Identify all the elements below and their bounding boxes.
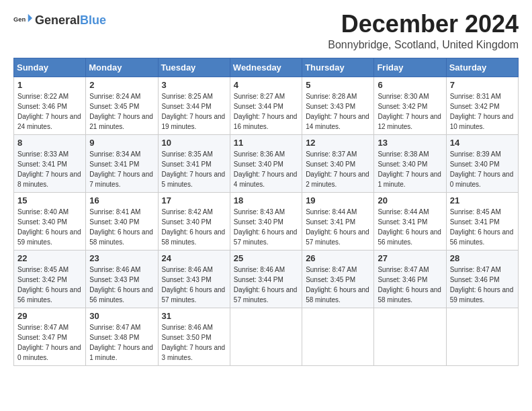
weekday-header-sunday: Sunday xyxy=(14,58,86,77)
day-info: Sunrise: 8:24 AMSunset: 3:45 PMDaylight:… xyxy=(89,93,153,130)
week-row-2: 8 Sunrise: 8:33 AMSunset: 3:41 PMDayligh… xyxy=(14,134,519,192)
day-number: 27 xyxy=(378,253,442,263)
day-info: Sunrise: 8:46 AMSunset: 3:43 PMDaylight:… xyxy=(162,266,226,304)
day-number: 30 xyxy=(89,311,154,321)
day-number: 4 xyxy=(234,80,298,90)
calendar-cell: 30 Sunrise: 8:47 AMSunset: 3:48 PMDaylig… xyxy=(86,308,158,365)
day-info: Sunrise: 8:37 AMSunset: 3:40 PMDaylight:… xyxy=(306,150,369,188)
weekday-header-saturday: Saturday xyxy=(446,58,518,77)
day-number: 14 xyxy=(450,138,515,148)
day-number: 24 xyxy=(162,253,226,263)
calendar-cell: 28 Sunrise: 8:47 AMSunset: 3:46 PMDaylig… xyxy=(446,250,518,308)
calendar-cell xyxy=(302,308,374,365)
week-row-1: 1 Sunrise: 8:22 AMSunset: 3:46 PMDayligh… xyxy=(14,77,519,134)
calendar-cell: 20 Sunrise: 8:44 AMSunset: 3:41 PMDaylig… xyxy=(374,192,446,250)
calendar-cell: 13 Sunrise: 8:38 AMSunset: 3:40 PMDaylig… xyxy=(374,134,446,192)
day-number: 20 xyxy=(378,195,442,205)
day-number: 23 xyxy=(89,253,154,263)
day-number: 18 xyxy=(234,195,298,205)
logo-icon: Gen xyxy=(13,11,32,30)
day-info: Sunrise: 8:46 AMSunset: 3:43 PMDaylight:… xyxy=(89,266,153,304)
calendar-cell: 21 Sunrise: 8:45 AMSunset: 3:41 PMDaylig… xyxy=(446,192,518,250)
calendar-cell: 3 Sunrise: 8:25 AMSunset: 3:44 PMDayligh… xyxy=(158,77,230,134)
calendar-cell: 29 Sunrise: 8:47 AMSunset: 3:47 PMDaylig… xyxy=(14,308,86,365)
title-section: December 2024 Bonnybridge, Scotland, Uni… xyxy=(328,11,519,51)
day-info: Sunrise: 8:30 AMSunset: 3:42 PMDaylight:… xyxy=(378,93,441,130)
day-info: Sunrise: 8:44 AMSunset: 3:41 PMDaylight:… xyxy=(378,208,441,246)
day-number: 9 xyxy=(89,138,154,148)
day-number: 2 xyxy=(89,80,154,90)
weekday-header-row: SundayMondayTuesdayWednesdayThursdayFrid… xyxy=(14,58,519,77)
day-info: Sunrise: 8:31 AMSunset: 3:42 PMDaylight:… xyxy=(450,93,514,130)
calendar-cell: 5 Sunrise: 8:28 AMSunset: 3:43 PMDayligh… xyxy=(302,77,374,134)
day-number: 25 xyxy=(234,253,298,263)
calendar-cell: 4 Sunrise: 8:27 AMSunset: 3:44 PMDayligh… xyxy=(230,77,302,134)
calendar-cell: 8 Sunrise: 8:33 AMSunset: 3:41 PMDayligh… xyxy=(14,134,86,192)
logo-general: General xyxy=(35,13,80,28)
day-info: Sunrise: 8:22 AMSunset: 3:46 PMDaylight:… xyxy=(17,93,81,130)
day-info: Sunrise: 8:47 AMSunset: 3:45 PMDaylight:… xyxy=(306,266,369,304)
weekday-header-friday: Friday xyxy=(374,58,446,77)
day-info: Sunrise: 8:38 AMSunset: 3:40 PMDaylight:… xyxy=(378,150,441,188)
calendar-cell: 10 Sunrise: 8:35 AMSunset: 3:41 PMDaylig… xyxy=(158,134,230,192)
week-row-4: 22 Sunrise: 8:45 AMSunset: 3:42 PMDaylig… xyxy=(14,250,519,308)
day-number: 15 xyxy=(17,195,82,205)
calendar-cell: 25 Sunrise: 8:46 AMSunset: 3:44 PMDaylig… xyxy=(230,250,302,308)
day-info: Sunrise: 8:47 AMSunset: 3:46 PMDaylight:… xyxy=(450,266,514,304)
day-info: Sunrise: 8:45 AMSunset: 3:41 PMDaylight:… xyxy=(450,208,514,246)
day-info: Sunrise: 8:42 AMSunset: 3:40 PMDaylight:… xyxy=(162,208,226,246)
calendar-cell: 27 Sunrise: 8:47 AMSunset: 3:46 PMDaylig… xyxy=(374,250,446,308)
day-info: Sunrise: 8:25 AMSunset: 3:44 PMDaylight:… xyxy=(162,93,226,130)
weekday-header-wednesday: Wednesday xyxy=(230,58,302,77)
weekday-header-tuesday: Tuesday xyxy=(158,58,230,77)
calendar-cell: 19 Sunrise: 8:44 AMSunset: 3:41 PMDaylig… xyxy=(302,192,374,250)
day-info: Sunrise: 8:27 AMSunset: 3:44 PMDaylight:… xyxy=(234,93,298,130)
day-info: Sunrise: 8:44 AMSunset: 3:41 PMDaylight:… xyxy=(306,208,369,246)
calendar-cell: 14 Sunrise: 8:39 AMSunset: 3:40 PMDaylig… xyxy=(446,134,518,192)
day-number: 17 xyxy=(162,195,226,205)
day-info: Sunrise: 8:47 AMSunset: 3:46 PMDaylight:… xyxy=(378,266,441,304)
calendar-cell xyxy=(374,308,446,365)
day-number: 31 xyxy=(162,311,226,321)
day-info: Sunrise: 8:41 AMSunset: 3:40 PMDaylight:… xyxy=(89,208,153,246)
calendar-cell: 1 Sunrise: 8:22 AMSunset: 3:46 PMDayligh… xyxy=(14,77,86,134)
day-number: 28 xyxy=(450,253,515,263)
calendar-table: SundayMondayTuesdayWednesdayThursdayFrid… xyxy=(13,58,519,366)
page-header: Gen General Blue December 2024 Bonnybrid… xyxy=(13,11,519,51)
day-number: 7 xyxy=(450,80,515,90)
logo: Gen General Blue xyxy=(13,11,106,30)
day-number: 1 xyxy=(17,80,82,90)
day-number: 11 xyxy=(234,138,298,148)
calendar-cell: 16 Sunrise: 8:41 AMSunset: 3:40 PMDaylig… xyxy=(86,192,158,250)
calendar-cell: 12 Sunrise: 8:37 AMSunset: 3:40 PMDaylig… xyxy=(302,134,374,192)
calendar-cell: 17 Sunrise: 8:42 AMSunset: 3:40 PMDaylig… xyxy=(158,192,230,250)
logo-blue: Blue xyxy=(80,13,106,28)
calendar-cell: 6 Sunrise: 8:30 AMSunset: 3:42 PMDayligh… xyxy=(374,77,446,134)
day-info: Sunrise: 8:40 AMSunset: 3:40 PMDaylight:… xyxy=(17,208,81,246)
weekday-header-monday: Monday xyxy=(86,58,158,77)
day-number: 22 xyxy=(17,253,82,263)
calendar-cell xyxy=(446,308,518,365)
calendar-cell: 22 Sunrise: 8:45 AMSunset: 3:42 PMDaylig… xyxy=(14,250,86,308)
calendar-cell: 24 Sunrise: 8:46 AMSunset: 3:43 PMDaylig… xyxy=(158,250,230,308)
day-number: 5 xyxy=(306,80,370,90)
calendar-cell: 15 Sunrise: 8:40 AMSunset: 3:40 PMDaylig… xyxy=(14,192,86,250)
location-title: Bonnybridge, Scotland, United Kingdom xyxy=(328,39,519,51)
week-row-3: 15 Sunrise: 8:40 AMSunset: 3:40 PMDaylig… xyxy=(14,192,519,250)
svg-marker-1 xyxy=(28,14,32,22)
calendar-cell: 11 Sunrise: 8:36 AMSunset: 3:40 PMDaylig… xyxy=(230,134,302,192)
week-row-5: 29 Sunrise: 8:47 AMSunset: 3:47 PMDaylig… xyxy=(14,308,519,365)
day-number: 3 xyxy=(162,80,226,90)
day-number: 16 xyxy=(89,195,154,205)
svg-text:Gen: Gen xyxy=(13,16,26,23)
calendar-cell: 2 Sunrise: 8:24 AMSunset: 3:45 PMDayligh… xyxy=(86,77,158,134)
day-number: 29 xyxy=(17,311,82,321)
calendar-cell: 9 Sunrise: 8:34 AMSunset: 3:41 PMDayligh… xyxy=(86,134,158,192)
day-number: 10 xyxy=(162,138,226,148)
day-number: 13 xyxy=(378,138,442,148)
day-number: 26 xyxy=(306,253,370,263)
day-info: Sunrise: 8:35 AMSunset: 3:41 PMDaylight:… xyxy=(162,150,226,188)
day-info: Sunrise: 8:28 AMSunset: 3:43 PMDaylight:… xyxy=(306,93,369,130)
day-info: Sunrise: 8:43 AMSunset: 3:40 PMDaylight:… xyxy=(234,208,298,246)
day-info: Sunrise: 8:33 AMSunset: 3:41 PMDaylight:… xyxy=(17,150,81,188)
